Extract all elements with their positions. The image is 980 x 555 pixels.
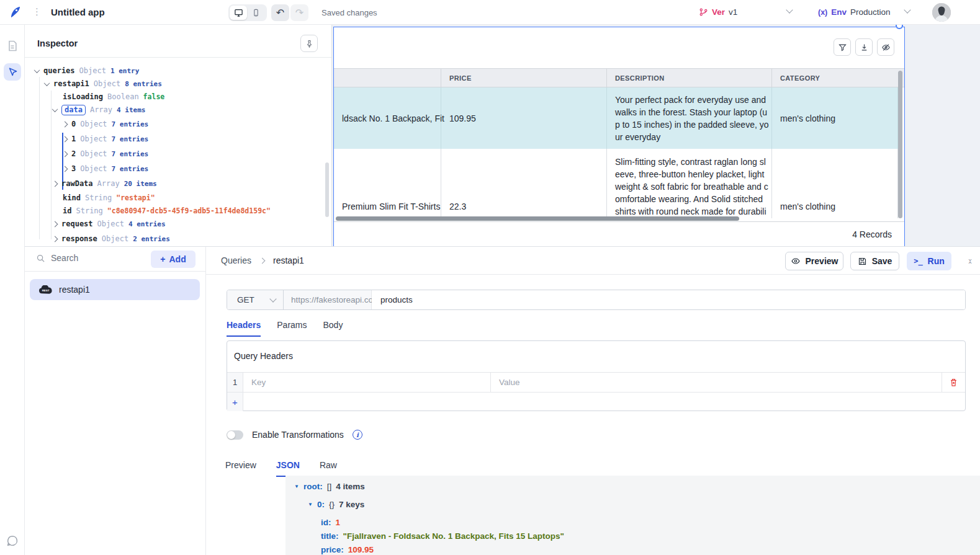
column-header-title[interactable] xyxy=(334,69,441,87)
query-list-item-restapi1[interactable]: REST restapi1 xyxy=(30,279,200,300)
column-header-price[interactable]: PRICE xyxy=(441,69,607,87)
chat-help-icon[interactable] xyxy=(4,532,21,549)
row-number: 1 xyxy=(227,373,243,392)
header-key-input[interactable]: Key xyxy=(243,373,491,392)
chevron-right-icon[interactable] xyxy=(62,166,68,172)
redo-button[interactable]: ↷ xyxy=(290,4,308,21)
hide-columns-icon[interactable] xyxy=(877,38,894,56)
delete-row-button[interactable] xyxy=(942,373,965,392)
chevron-right-icon[interactable] xyxy=(52,236,58,242)
left-sidebar xyxy=(0,25,25,555)
filter-icon[interactable] xyxy=(834,38,851,56)
inspector-scrollbar[interactable] xyxy=(325,162,329,217)
chevron-right-icon xyxy=(259,257,266,264)
tree-node-data-2[interactable]: 2Object7 entries xyxy=(63,148,148,160)
search-placeholder: Search xyxy=(51,253,78,263)
info-icon[interactable]: i xyxy=(353,430,362,440)
query-editor: Queries restapi1 Preview Save xyxy=(206,247,980,555)
chevron-right-icon[interactable] xyxy=(52,180,58,187)
tree-node-data-1[interactable]: 1Object7 entries xyxy=(63,133,148,145)
tree-node-id[interactable]: idString"c8e80947-dcb5-45f9-adb5-11f4de8… xyxy=(63,205,271,217)
cell-title: Premium Slim Fit T-Shirts xyxy=(342,200,441,213)
user-avatar[interactable] xyxy=(932,3,951,22)
environment-selector[interactable]: (x) Env Production xyxy=(818,7,891,17)
tree-node-data-3[interactable]: 3Object7 entries xyxy=(63,162,148,175)
header-value-input[interactable]: Value xyxy=(491,373,942,392)
table-row[interactable]: ldsack No. 1 Backpack, Fit 109.95 Your p… xyxy=(334,87,898,149)
desktop-icon[interactable] xyxy=(230,6,247,20)
version-label: Ver xyxy=(712,7,725,17)
appsmith-logo-icon[interactable] xyxy=(7,5,22,20)
app-menu-icon[interactable]: ⋮ xyxy=(32,6,42,17)
url-path-input[interactable]: products xyxy=(372,290,965,309)
preview-button[interactable]: Preview xyxy=(785,252,843,270)
chevron-right-icon[interactable] xyxy=(62,136,68,142)
tree-node-restapi1[interactable]: restapi1Object8 entries xyxy=(45,78,162,90)
table-horizontal-scrollbar[interactable] xyxy=(336,216,739,221)
run-button[interactable]: >_ Run xyxy=(907,252,951,270)
breadcrumb-queries[interactable]: Queries xyxy=(221,255,251,265)
triangle-down-icon[interactable]: ▼ xyxy=(308,502,313,507)
tab-body[interactable]: Body xyxy=(323,320,343,337)
json-node-id: id: 1 xyxy=(321,518,340,527)
query-headers-title: Query Headers xyxy=(234,351,293,361)
terminal-icon: >_ xyxy=(914,257,922,265)
query-headers-panel: Query Headers 1 Key Value + xyxy=(227,340,966,411)
tab-params[interactable]: Params xyxy=(277,320,307,337)
tree-node-data-0[interactable]: 0Object7 entries xyxy=(63,118,148,130)
breadcrumb-restapi1[interactable]: restapi1 xyxy=(273,255,304,265)
add-query-button[interactable]: + Add xyxy=(151,251,196,268)
query-list-panel: Search + Add REST restapi1 xyxy=(25,247,206,555)
column-header-description[interactable]: DESCRIPTION xyxy=(607,69,772,87)
pin-icon[interactable] xyxy=(300,35,318,52)
tab-response-raw[interactable]: Raw xyxy=(320,460,337,477)
tree-node-isloading[interactable]: isLoadingBooleanfalse xyxy=(63,91,164,103)
chevron-down-icon[interactable] xyxy=(44,80,50,86)
version-chevron-down-icon[interactable] xyxy=(786,6,793,13)
tab-response-json[interactable]: JSON xyxy=(276,460,300,477)
version-selector[interactable]: Ver v1 xyxy=(699,7,737,17)
cell-category: men's clothing xyxy=(780,112,897,125)
divider xyxy=(25,57,331,58)
chevron-right-icon[interactable] xyxy=(62,151,68,157)
column-header-category[interactable]: CATEGORY xyxy=(772,69,898,87)
method-select[interactable]: GET xyxy=(227,290,284,309)
chevron-right-icon[interactable] xyxy=(62,121,68,127)
download-icon[interactable] xyxy=(855,38,873,56)
env-value: Production xyxy=(850,7,891,17)
json-node-0[interactable]: ▼ 0: {} 7 keys xyxy=(308,500,364,509)
breadcrumb: Queries restapi1 xyxy=(221,255,304,265)
json-node-root[interactable]: ▼ root: [] 4 items xyxy=(294,482,365,491)
tree-node-response[interactable]: responseObject2 entries xyxy=(53,233,170,245)
device-toggle[interactable] xyxy=(228,4,267,21)
mobile-icon[interactable] xyxy=(247,6,264,20)
add-row-button[interactable]: + xyxy=(227,393,243,411)
table-footer: 4 Records xyxy=(334,221,904,247)
save-button[interactable]: Save xyxy=(850,252,899,270)
chevron-down-icon[interactable] xyxy=(52,106,58,112)
triangle-down-icon[interactable]: ▼ xyxy=(294,484,299,489)
tree-node-request[interactable]: requestObject4 entries xyxy=(53,218,166,230)
chevron-down-icon[interactable] xyxy=(34,67,40,73)
tree-node-queries[interactable]: queriesObject1 entry xyxy=(35,64,139,77)
table-widget[interactable]: PRICE DESCRIPTION CATEGORY ldsack No. 1 … xyxy=(333,27,905,246)
search-input[interactable]: Search xyxy=(36,253,78,263)
undo-button[interactable]: ↶ xyxy=(271,4,289,21)
enable-transformations-toggle[interactable] xyxy=(227,430,243,440)
cell-title: ldsack No. 1 Backpack, Fit xyxy=(342,112,441,125)
pages-icon[interactable] xyxy=(4,37,21,55)
select-tool-icon[interactable] xyxy=(4,63,21,81)
tab-response-preview[interactable]: Preview xyxy=(225,460,256,477)
chevron-right-icon[interactable] xyxy=(52,221,58,227)
collapse-pane-icon[interactable]: ⌄⌃ xyxy=(968,255,972,267)
tree-node-data[interactable]: dataArray4 items xyxy=(53,104,145,116)
tree-node-kind[interactable]: kindString"restapi" xyxy=(63,192,155,204)
top-header: ⋮ Untitled app ↶ ↷ Saved changes Ver xyxy=(0,0,980,25)
request-url-row: GET https://fakestoreapi.com/ products xyxy=(227,290,966,310)
tree-node-rawdata[interactable]: rawDataArray20 items xyxy=(53,177,157,190)
tab-headers[interactable]: Headers xyxy=(227,320,261,337)
table-vertical-scrollbar[interactable] xyxy=(898,71,902,218)
table-row[interactable]: Premium Slim Fit T-Shirts 22.3 Slim-fitt… xyxy=(334,149,898,218)
app-title[interactable]: Untitled app xyxy=(51,7,105,17)
env-chevron-down-icon[interactable] xyxy=(904,6,910,13)
